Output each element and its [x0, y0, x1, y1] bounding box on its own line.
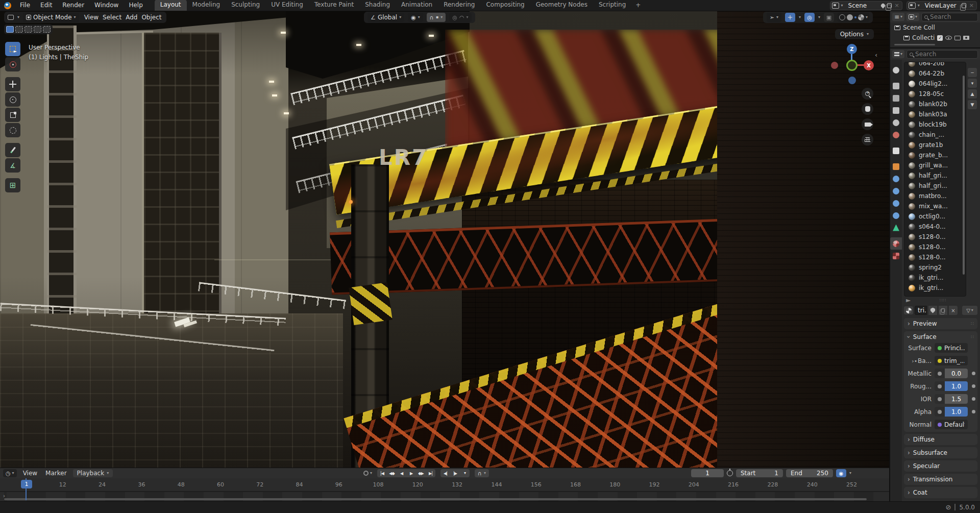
editor-type-icon[interactable]: [8, 15, 14, 20]
move-slot-down-button[interactable]: ▼: [968, 100, 977, 109]
close-icon[interactable]: ×: [968, 2, 975, 9]
workspace-tab[interactable]: UV Editing: [265, 0, 309, 11]
properties-search[interactable]: [906, 50, 978, 59]
material-slot[interactable]: ik_gtri...: [904, 273, 966, 283]
material-slot[interactable]: 128-05c: [904, 89, 966, 99]
collection[interactable]: [890, 144, 902, 157]
perspective-toggle-button[interactable]: [862, 134, 873, 145]
physics[interactable]: [890, 197, 902, 209]
gizmo-y-handle[interactable]: [846, 60, 857, 71]
properties-search-input[interactable]: [915, 51, 975, 58]
zoom-button[interactable]: [862, 88, 873, 100]
workspace-tab[interactable]: Compositing: [480, 0, 530, 11]
remove-slot-button[interactable]: −: [968, 68, 977, 77]
scene-selector[interactable]: ▾ Scene ×: [830, 1, 902, 10]
material-slot[interactable]: grate_b...: [904, 150, 966, 160]
material-slot[interactable]: matbro...: [904, 191, 966, 201]
viewport-menu-item[interactable]: Add: [124, 14, 139, 21]
material-slot[interactable]: blank02b: [904, 99, 966, 109]
material-slot[interactable]: block19b: [904, 119, 966, 130]
material[interactable]: [890, 237, 902, 250]
slot-specials-button[interactable]: ▾: [968, 79, 977, 88]
jump-to-start[interactable]: |◀: [377, 469, 387, 477]
tool[interactable]: [890, 64, 902, 76]
mode-dropdown[interactable]: Object Mode ▾: [23, 13, 79, 22]
camera-view-button[interactable]: [862, 118, 873, 130]
close-icon[interactable]: ×: [894, 2, 900, 9]
frame-back-button[interactable]: ◀|: [440, 469, 450, 477]
material-slot[interactable]: 064-20b: [904, 62, 966, 68]
auto-keying-toggle[interactable]: ▾: [363, 471, 372, 476]
show-overlays-toggle[interactable]: ◎: [804, 13, 815, 22]
menu-item[interactable]: Window: [90, 0, 123, 11]
material-slot[interactable]: spring2: [904, 262, 966, 273]
material-preview-button[interactable]: [854, 16, 856, 18]
add-workspace-button[interactable]: +: [631, 0, 645, 11]
outliner-search-input[interactable]: [930, 13, 975, 20]
gizmo-negative-x-handle[interactable]: [831, 62, 838, 69]
workspace-tab[interactable]: Layout: [155, 0, 187, 11]
outliner-search[interactable]: [921, 13, 978, 21]
view-layer[interactable]: [890, 104, 902, 116]
material-slot[interactable]: s128-0...: [904, 242, 966, 252]
options-button[interactable]: Options ▾: [835, 29, 874, 39]
outliner-scene-collection-row[interactable]: Scene Coll: [890, 22, 980, 33]
select-subtract-mode-button[interactable]: [24, 26, 32, 33]
measure-tool[interactable]: ∡: [5, 158, 20, 173]
rotate-tool[interactable]: [5, 92, 20, 107]
ior-field[interactable]: 1.5: [935, 394, 968, 404]
material-slot[interactable]: 064lig2...: [904, 79, 966, 89]
resize-grip[interactable]: ∷∷: [940, 298, 946, 303]
pan-button[interactable]: [862, 103, 873, 115]
viewport-menu-item[interactable]: Select: [101, 14, 123, 21]
select-intersect-mode-button[interactable]: [43, 26, 51, 33]
workspace-tab[interactable]: Shading: [359, 0, 396, 11]
collapsed-panel[interactable]: › Subsurface: [904, 447, 977, 458]
gizmo-x-handle[interactable]: X: [864, 60, 874, 70]
constraints[interactable]: [890, 209, 902, 222]
copy-icon[interactable]: [887, 3, 892, 8]
annotate-tool[interactable]: [5, 143, 20, 157]
render[interactable]: [890, 80, 902, 92]
material-slot[interactable]: 064-22b: [904, 68, 966, 79]
animate-decorator[interactable]: [972, 410, 975, 413]
timeline-menu-item[interactable]: View: [19, 470, 41, 477]
select-extend-mode-button[interactable]: [15, 26, 23, 33]
proportional-edit-controls[interactable]: ◎◠▾: [449, 13, 471, 22]
material-slot[interactable]: half_gri...: [904, 170, 966, 181]
workspace-tab[interactable]: Animation: [396, 0, 438, 11]
previous-keyframe[interactable]: ◀◆: [387, 469, 397, 477]
material-name-field[interactable]: tri...: [915, 306, 927, 315]
keying-popover-button[interactable]: ◉: [836, 469, 846, 477]
chevron-down-icon[interactable]: ▾: [460, 469, 470, 477]
add-cube-tool[interactable]: ⊞: [5, 178, 20, 192]
pin-icon[interactable]: [880, 3, 886, 8]
collapsed-panel[interactable]: › Coat: [904, 487, 977, 498]
material-slot[interactable]: grate1b: [904, 140, 966, 150]
camera-render-icon[interactable]: [963, 36, 969, 40]
material-slot[interactable]: ik_gtri...: [904, 283, 966, 293]
eye-icon[interactable]: [945, 36, 952, 40]
scale-tool[interactable]: [5, 108, 20, 122]
timeline-tracks[interactable]: ›: [0, 492, 889, 501]
jump-to-end[interactable]: ▶|: [426, 469, 435, 477]
wireframe-shading-button[interactable]: [839, 14, 845, 20]
output[interactable]: [890, 92, 902, 104]
material-slot[interactable]: s128-0...: [904, 232, 966, 242]
scene-name[interactable]: Scene: [845, 2, 879, 9]
gizmo-dropdown[interactable]: ▾: [799, 15, 801, 19]
overlays-dropdown[interactable]: ▾: [818, 15, 820, 19]
modifiers[interactable]: [890, 173, 902, 185]
node-tree-filter-button[interactable]: ▽▾: [962, 306, 977, 315]
workspace-tab[interactable]: Geometry Nodes: [530, 0, 593, 11]
timeline-editor-type-button[interactable]: ◷▾: [3, 469, 17, 477]
move-slot-up-button[interactable]: ▲: [968, 89, 977, 99]
material-slot[interactable]: half_gri...: [904, 181, 966, 191]
rendered-shading-button[interactable]: [858, 14, 864, 20]
chevron-down-icon[interactable]: ▾: [849, 471, 851, 475]
transform-tool[interactable]: [5, 123, 20, 137]
snap-playhead-controls[interactable]: ∩▾: [475, 469, 489, 477]
selectability-visibility-dropdown[interactable]: ➣▾: [767, 13, 781, 22]
navigation-gizmo[interactable]: Z X: [827, 40, 883, 91]
snapping-controls[interactable]: ∩▪▾: [427, 13, 446, 22]
